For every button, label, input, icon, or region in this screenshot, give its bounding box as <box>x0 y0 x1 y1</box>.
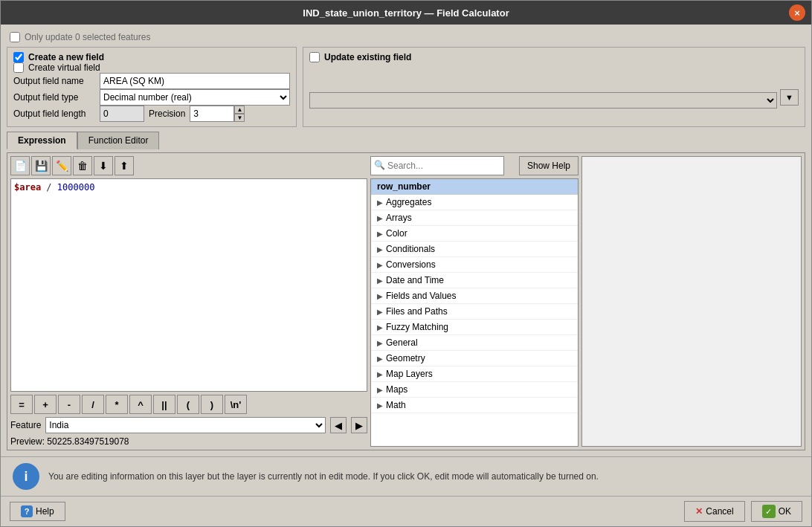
cancel-label: Cancel <box>706 506 733 517</box>
output-type-select[interactable]: Decimal number (real) Integer String Dat… <box>100 89 290 106</box>
arrow-geometry: ▶ <box>377 355 383 363</box>
right-panel: Update existing field ▼ <box>303 47 805 127</box>
arrow-files: ▶ <box>377 308 383 316</box>
ok-button[interactable]: ✓ OK <box>751 501 802 522</box>
list-item-maplayers[interactable]: ▶Map Layers <box>371 366 578 382</box>
load-expression-button[interactable]: ⬇ <box>94 156 113 175</box>
export-expression-button[interactable]: ⬆ <box>115 156 134 175</box>
info-text: You are editing information on this laye… <box>48 471 599 482</box>
calc-newline[interactable]: \n' <box>225 395 247 414</box>
highlighted-item[interactable]: row_number <box>371 179 578 195</box>
arrow-conditionals: ▶ <box>377 245 383 253</box>
prev-feature-button[interactable]: ◀ <box>330 417 347 433</box>
output-length-label: Output field length <box>13 109 95 119</box>
expr-variable: $area <box>14 182 41 193</box>
list-item-conditionals[interactable]: ▶Conditionals <box>371 242 578 257</box>
list-item-aggregates[interactable]: ▶Aggregates <box>371 195 578 210</box>
calc-div[interactable]: / <box>82 395 104 414</box>
update-field-section: Update existing field ▼ <box>303 47 805 127</box>
arrow-datetime: ▶ <box>377 277 383 285</box>
search-row: 🔍 Show Help <box>370 156 579 175</box>
list-item-arrays[interactable]: ▶Arrays <box>371 210 578 226</box>
update-field-checkbox[interactable] <box>309 52 320 62</box>
edit-expression-button[interactable]: ✏️ <box>52 156 71 175</box>
arrow-general: ▶ <box>377 339 383 347</box>
next-feature-button[interactable]: ▶ <box>351 417 367 433</box>
ok-label: OK <box>779 506 791 517</box>
create-field-checkbox[interactable] <box>13 52 24 62</box>
list-item-math[interactable]: ▶Math <box>371 398 578 413</box>
length-row: Output field length Precision ▲ ▼ <box>13 106 290 122</box>
create-field-checkbox-row: Create a new field <box>13 52 290 62</box>
calc-plus[interactable]: + <box>34 395 57 414</box>
update-field-select[interactable] <box>309 92 777 109</box>
preview-row: Preview: 50225.83497519078 <box>10 436 367 447</box>
expression-panel: 📄 💾 ✏️ 🗑 ⬇ ⬆ $area / 1000000 = + - / * ^ <box>10 156 367 447</box>
calc-rparen[interactable]: ) <box>201 395 223 414</box>
list-item-general[interactable]: ▶General <box>371 335 578 351</box>
calc-mul[interactable]: * <box>106 395 128 414</box>
calc-buttons: = + - / * ^ || ( ) \n' <box>10 395 367 414</box>
list-item-geometry[interactable]: ▶Geometry <box>371 351 578 366</box>
tab-function-editor[interactable]: Function Editor <box>77 132 160 149</box>
fields-row: Create a new field Create virtual field … <box>7 47 805 127</box>
feature-select[interactable]: India <box>45 417 326 433</box>
precision-up[interactable]: ▲ <box>234 106 245 114</box>
create-field-section: Create a new field Create virtual field … <box>7 47 297 127</box>
arrow-fuzzy: ▶ <box>377 323 383 332</box>
precision-down[interactable]: ▼ <box>234 114 245 122</box>
list-item-fields[interactable]: ▶Fields and Values <box>371 288 578 304</box>
list-item-files[interactable]: ▶Files and Paths <box>371 304 578 320</box>
list-item-maps[interactable]: ▶Maps <box>371 382 578 398</box>
preview-label: Preview: <box>10 436 45 447</box>
close-button[interactable]: × <box>789 4 805 21</box>
output-name-input[interactable] <box>100 73 290 89</box>
tab-expression[interactable]: Expression <box>7 132 77 149</box>
list-item-conversions[interactable]: ▶Conversions <box>371 257 578 273</box>
list-item-color[interactable]: ▶Color <box>371 226 578 242</box>
virtual-field-label: Create virtual field <box>28 62 100 73</box>
toolbar-row: 📄 💾 ✏️ 🗑 ⬇ ⬆ <box>10 156 367 175</box>
precision-label: Precision <box>149 109 185 119</box>
update-selected-label: Only update 0 selected features <box>25 32 150 42</box>
arrow-maps: ▶ <box>377 386 383 394</box>
precision-input[interactable] <box>190 106 234 122</box>
show-help-button[interactable]: Show Help <box>519 156 579 175</box>
search-input[interactable] <box>370 156 504 175</box>
function-list: row_number ▶Aggregates ▶Arrays ▶Color ▶C… <box>370 178 579 447</box>
update-field-dropdown[interactable]: ▼ <box>780 89 799 106</box>
bottom-left: ? Help <box>10 502 65 521</box>
info-icon: i <box>13 463 39 490</box>
title-bar-text: IND_state_union_territory — Field Calcul… <box>303 7 509 19</box>
tabs-row: Expression Function Editor <box>7 132 805 149</box>
calc-minus[interactable]: - <box>58 395 80 414</box>
output-length-input[interactable] <box>100 106 144 122</box>
help-button[interactable]: ? Help <box>10 502 65 521</box>
expr-number: 1000000 <box>57 182 95 193</box>
calc-eq[interactable]: = <box>10 395 33 414</box>
output-name-row: Output field name <box>13 73 290 89</box>
arrow-maplayers: ▶ <box>377 370 383 378</box>
help-panel <box>581 156 802 447</box>
virtual-field-checkbox[interactable] <box>13 62 24 73</box>
update-selected-checkbox[interactable] <box>10 32 20 42</box>
calc-or[interactable]: || <box>153 395 175 414</box>
list-item-fuzzy[interactable]: ▶Fuzzy Matching <box>371 320 578 335</box>
save-expression-button[interactable]: 💾 <box>31 156 51 175</box>
delete-expression-button[interactable]: 🗑 <box>73 156 92 175</box>
arrow-conversions: ▶ <box>377 261 383 269</box>
expression-editor[interactable]: $area / 1000000 <box>10 178 367 392</box>
cancel-button[interactable]: ✕ Cancel <box>684 501 744 522</box>
middle-panel: 🔍 Show Help row_number ▶Aggregates ▶Arra… <box>370 156 579 447</box>
calc-lparen[interactable]: ( <box>177 395 199 414</box>
output-type-row: Output field type Decimal number (real) … <box>13 89 290 106</box>
arrow-arrays: ▶ <box>377 214 383 222</box>
search-wrapper: 🔍 <box>370 156 516 175</box>
bottom-bar: ? Help ✕ Cancel ✓ OK <box>1 496 811 526</box>
calc-pow[interactable]: ^ <box>129 395 152 414</box>
ok-icon: ✓ <box>762 505 776 518</box>
new-expression-button[interactable]: 📄 <box>10 156 30 175</box>
update-title-row: Update existing field <box>309 52 799 62</box>
list-item-datetime[interactable]: ▶Date and Time <box>371 273 578 288</box>
dialog: IND_state_union_territory — Field Calcul… <box>0 0 812 527</box>
